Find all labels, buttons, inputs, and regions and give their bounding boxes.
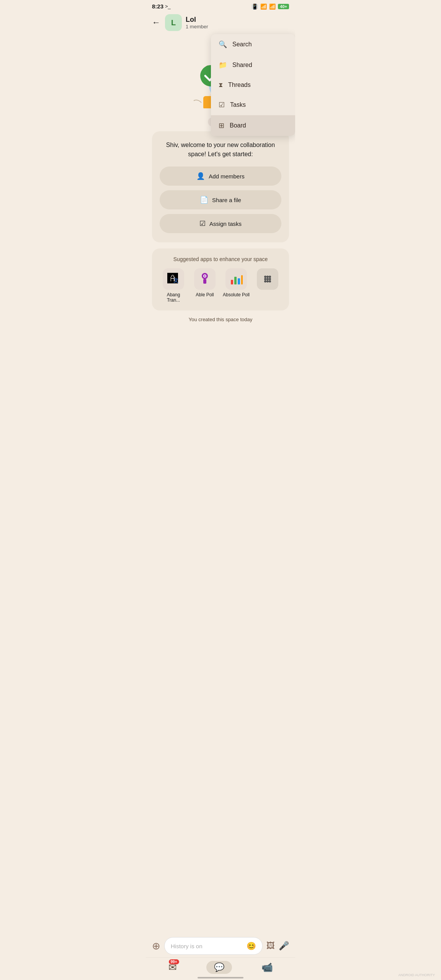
signal-icon: 📶 <box>269 3 276 10</box>
add-members-button[interactable]: 👤 Add members <box>160 167 281 186</box>
space-name: Lol <box>186 16 208 24</box>
menu-threads-label: Threads <box>228 82 251 88</box>
add-members-label: Add members <box>209 173 244 180</box>
folder-icon: 📁 <box>219 61 227 69</box>
app-absolute-poll[interactable]: Absolute Poll <box>222 268 250 303</box>
app-able-poll[interactable]: Able Poll <box>191 268 219 303</box>
menu-shared[interactable]: 📁 Shared <box>211 55 295 75</box>
search-icon: 🔍 <box>219 40 227 49</box>
svg-point-13 <box>204 275 206 277</box>
svg-rect-15 <box>231 280 233 284</box>
back-button[interactable]: ← <box>152 18 160 28</box>
share-file-label: Share a file <box>212 197 241 203</box>
svg-point-19 <box>264 276 266 278</box>
more-apps-icon <box>257 268 278 290</box>
add-members-icon: 👤 <box>196 172 205 180</box>
threads-icon: ⧗ <box>219 82 223 88</box>
svg-point-22 <box>264 278 266 280</box>
svg-text:文: 文 <box>173 277 179 283</box>
svg-rect-16 <box>234 277 237 284</box>
menu-threads[interactable]: ⧗ Threads <box>211 75 295 95</box>
able-poll-label: Able Poll <box>196 292 214 297</box>
assign-tasks-label: Assign tasks <box>209 220 242 227</box>
menu-search-label: Search <box>232 41 252 48</box>
apps-grid: 🅰 文 Abang Tran... Able Poll <box>160 268 281 303</box>
menu-board[interactable]: ⊞ Board <box>211 115 295 136</box>
welcome-card: Shiv, welcome to your new collaboration … <box>152 131 289 242</box>
menu-board-label: Board <box>230 122 246 129</box>
able-poll-icon-wrapper <box>194 268 216 290</box>
status-bar: 8:23 >_ 📳 📶 📶 40+ <box>146 0 295 11</box>
share-file-icon: 📄 <box>200 196 208 204</box>
svg-point-20 <box>266 276 269 278</box>
absolute-poll-label: Absolute Poll <box>223 292 250 297</box>
tasks-icon: ☑ <box>219 101 225 109</box>
absolute-poll-icon <box>229 272 243 286</box>
status-prompt: >_ <box>165 3 171 9</box>
svg-point-21 <box>269 276 271 278</box>
dropdown-menu: 🔍 Search 📁 Shared ⧗ Threads ☑ Tasks ⊞ Bo… <box>211 34 295 136</box>
share-file-button[interactable]: 📄 Share a file <box>160 190 281 209</box>
menu-shared-label: Shared <box>232 62 252 69</box>
svg-point-25 <box>264 280 266 283</box>
svg-rect-18 <box>241 275 243 284</box>
board-icon: ⊞ <box>219 121 224 130</box>
created-info: You created this space today <box>152 317 289 322</box>
space-info: Lol 1 member <box>186 16 208 29</box>
svg-point-27 <box>269 280 271 283</box>
absolute-poll-icon-wrapper <box>225 268 247 290</box>
assign-tasks-icon: ☑ <box>199 219 206 228</box>
status-time: 8:23 <box>152 3 163 10</box>
battery-icon: 40+ <box>278 4 289 9</box>
menu-tasks-label: Tasks <box>230 101 246 108</box>
suggested-title: Suggested apps to enhance your space <box>160 256 281 262</box>
space-members: 1 member <box>186 24 208 29</box>
grid-icon <box>262 274 273 284</box>
app-abang-tran[interactable]: 🅰 文 Abang Tran... <box>160 268 187 303</box>
svg-point-26 <box>266 280 269 283</box>
abang-tran-icon-wrapper: 🅰 文 <box>163 268 184 290</box>
vibrate-icon: 📳 <box>252 3 258 10</box>
welcome-text: Shiv, welcome to your new collaboration … <box>160 140 281 159</box>
suggested-apps: Suggested apps to enhance your space 🅰 文… <box>152 248 289 310</box>
space-avatar: L <box>165 14 182 31</box>
able-poll-icon <box>198 272 212 286</box>
assign-tasks-button[interactable]: ☑ Assign tasks <box>160 214 281 233</box>
status-icons: 📳 📶 📶 40+ <box>252 3 289 10</box>
svg-point-23 <box>266 278 269 280</box>
svg-rect-17 <box>238 278 240 284</box>
svg-rect-14 <box>203 279 206 284</box>
svg-point-24 <box>269 278 271 280</box>
menu-tasks[interactable]: ☑ Tasks <box>211 95 295 115</box>
menu-search[interactable]: 🔍 Search <box>211 34 295 55</box>
wifi-icon: 📶 <box>260 3 267 10</box>
app-more[interactable] <box>254 268 281 303</box>
abang-tran-icon: 🅰 文 <box>167 272 180 286</box>
abang-tran-label: Abang Tran... <box>160 292 187 303</box>
header: ← L Lol 1 member 🔍 Search 📁 Shared ⧗ Thr… <box>146 11 295 36</box>
